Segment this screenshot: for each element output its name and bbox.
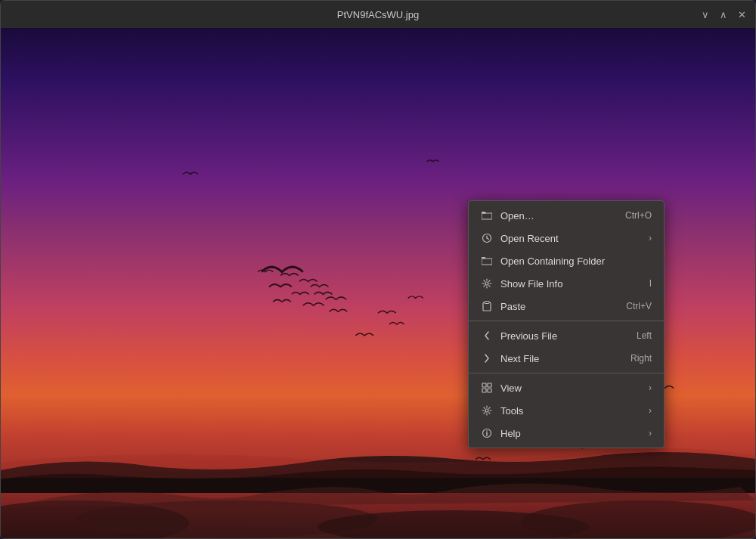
view-label: View bbox=[500, 383, 638, 394]
info-icon bbox=[481, 427, 493, 439]
close-button[interactable]: ✕ bbox=[738, 10, 746, 20]
svg-line-9 bbox=[487, 238, 489, 240]
svg-rect-10 bbox=[482, 259, 492, 265]
separator-1 bbox=[469, 321, 664, 321]
folder2-icon bbox=[481, 255, 493, 267]
help-arrow: › bbox=[649, 428, 652, 438]
separator-2 bbox=[469, 373, 664, 373]
svg-rect-15 bbox=[482, 383, 486, 387]
titlebar: PtVN9fACsWU.jpg ∨ ∧ ✕ bbox=[1, 1, 755, 28]
svg-rect-16 bbox=[488, 383, 491, 387]
menu-item-file-info[interactable]: Show File Info I bbox=[469, 272, 664, 295]
next-file-label: Next File bbox=[500, 353, 623, 364]
view-arrow: › bbox=[649, 383, 652, 393]
tools-arrow: › bbox=[649, 405, 652, 416]
menu-item-open-folder[interactable]: Open Containing Folder bbox=[469, 249, 664, 272]
window-title: PtVN9fACsWU.jpg bbox=[337, 9, 419, 20]
menu-item-open-recent[interactable]: Open Recent › bbox=[469, 227, 664, 249]
image-viewport: Open… Ctrl+O Open Recent › bbox=[1, 28, 755, 538]
menu-item-paste[interactable]: Paste Ctrl+V bbox=[469, 295, 664, 318]
open-recent-label: Open Recent bbox=[500, 233, 638, 244]
svg-rect-17 bbox=[482, 389, 486, 392]
chevron-left-icon bbox=[481, 330, 493, 342]
file-info-shortcut: I bbox=[649, 278, 652, 289]
tools-label: Tools bbox=[500, 405, 638, 417]
view-icon bbox=[481, 382, 493, 394]
tools-gear-icon bbox=[481, 404, 493, 417]
window-controls: ∨ ∧ ✕ bbox=[702, 10, 746, 20]
paste-label: Paste bbox=[500, 301, 618, 312]
menu-item-next-file[interactable]: Next File Right bbox=[469, 347, 664, 370]
svg-rect-6 bbox=[482, 212, 485, 213]
menu-item-view[interactable]: View › bbox=[469, 376, 664, 399]
paste-shortcut: Ctrl+V bbox=[626, 301, 652, 311]
gear-icon bbox=[481, 277, 493, 290]
open-shortcut: Ctrl+O bbox=[625, 210, 652, 221]
main-window: PtVN9fACsWU.jpg ∨ ∧ ✕ bbox=[0, 0, 756, 539]
file-info-label: Show File Info bbox=[500, 278, 642, 290]
open-recent-arrow: › bbox=[649, 233, 652, 243]
svg-rect-11 bbox=[482, 257, 485, 259]
svg-point-22 bbox=[486, 430, 488, 432]
menu-item-previous-file[interactable]: Previous File Left bbox=[469, 324, 664, 347]
open-label: Open… bbox=[500, 210, 618, 221]
help-label: Help bbox=[500, 428, 638, 439]
open-folder-label: Open Containing Folder bbox=[500, 256, 652, 267]
svg-rect-5 bbox=[482, 213, 492, 219]
context-menu: Open… Ctrl+O Open Recent › bbox=[468, 200, 665, 448]
svg-rect-18 bbox=[488, 389, 491, 392]
svg-rect-14 bbox=[485, 302, 489, 304]
previous-file-shortcut: Left bbox=[637, 330, 652, 341]
clock-icon bbox=[481, 232, 493, 244]
svg-point-19 bbox=[485, 409, 488, 412]
menu-item-open[interactable]: Open… Ctrl+O bbox=[469, 204, 664, 227]
minimize-button[interactable]: ∨ bbox=[702, 10, 709, 20]
menu-item-tools[interactable]: Tools › bbox=[469, 399, 664, 422]
next-file-shortcut: Right bbox=[631, 353, 652, 364]
menu-item-help[interactable]: Help › bbox=[469, 422, 664, 445]
svg-point-12 bbox=[485, 282, 488, 285]
previous-file-label: Previous File bbox=[500, 330, 629, 342]
chevron-right-icon bbox=[481, 352, 493, 364]
maximize-button[interactable]: ∧ bbox=[720, 10, 727, 20]
clipboard-icon bbox=[481, 300, 493, 312]
folder-icon bbox=[481, 209, 493, 221]
